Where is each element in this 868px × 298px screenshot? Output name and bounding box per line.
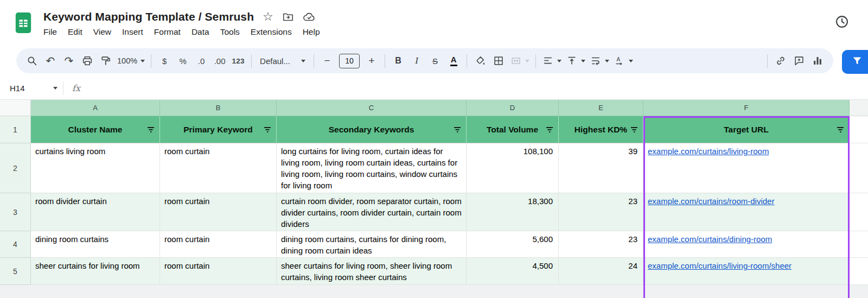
column-filter-icon[interactable]	[837, 126, 844, 134]
vertical-align-select[interactable]	[564, 52, 588, 70]
cell-cluster-name[interactable]: curtains living room	[31, 143, 160, 193]
cell-highest-kd[interactable]: 23	[559, 231, 643, 258]
cell-total-volume[interactable]: 108,100	[467, 143, 559, 193]
percent-format-button[interactable]: %	[174, 52, 192, 70]
menu-edit[interactable]: Edit	[62, 26, 88, 38]
target-url-link[interactable]: example.com/curtains/living-room	[648, 147, 769, 156]
text-rotation-select[interactable]: A	[611, 52, 635, 70]
search-button[interactable]	[23, 52, 41, 70]
text-wrap-select[interactable]	[588, 52, 611, 70]
column-header-f[interactable]: F	[643, 100, 850, 116]
cell-primary-keyword[interactable]: room curtain	[160, 143, 277, 193]
cell-total-volume[interactable]: 4,500	[467, 258, 559, 285]
column-header-b[interactable]: B	[160, 100, 277, 116]
menu-tools[interactable]: Tools	[215, 26, 245, 38]
undo-button[interactable]: ↶	[41, 52, 60, 70]
currency-format-button[interactable]: $	[155, 52, 174, 70]
menu-data[interactable]: Data	[186, 26, 215, 38]
font-size-input[interactable]: 10	[339, 54, 360, 68]
column-header-d[interactable]: D	[467, 100, 559, 116]
increase-font-size-button[interactable]: +	[362, 52, 381, 70]
cell-secondary-keywords[interactable]: curtain room divider, room separator cur…	[277, 193, 467, 231]
insert-comment-button[interactable]	[790, 52, 808, 70]
bold-button[interactable]: B	[389, 52, 407, 70]
menu-extensions[interactable]: Extensions	[245, 26, 297, 38]
cell-highest-kd[interactable]: 24	[559, 258, 643, 285]
decrease-decimal-button[interactable]: .0	[192, 52, 210, 70]
merge-cells-button[interactable]	[508, 52, 532, 70]
column-filter-icon[interactable]	[264, 126, 271, 134]
column-header-e[interactable]: E	[559, 100, 643, 116]
header-cell-primary-keyword[interactable]: Primary Keyword	[160, 116, 277, 143]
name-box[interactable]: H14	[0, 77, 63, 99]
decrease-font-size-button[interactable]: −	[318, 52, 336, 70]
menu-file[interactable]: File	[38, 26, 62, 38]
print-button[interactable]	[78, 52, 97, 70]
paint-format-button[interactable]	[97, 52, 115, 70]
cell-secondary-keywords[interactable]: sheer curtains for living room, sheer li…	[277, 258, 467, 285]
column-filter-icon[interactable]	[546, 126, 553, 134]
cell-target-url[interactable]: example.com/curtains/living-room/sheer	[643, 258, 850, 285]
row-number[interactable]: 5	[0, 258, 31, 285]
cell-primary-keyword[interactable]: room curtain	[160, 231, 277, 258]
font-select[interactable]: Defaul...	[256, 52, 310, 70]
cell-target-url[interactable]: example.com/curtains/room-divider	[643, 193, 850, 231]
horizontal-align-select[interactable]	[540, 52, 564, 70]
number-format-button[interactable]: 123	[229, 52, 247, 70]
italic-button[interactable]: I	[407, 52, 426, 70]
row-number[interactable]: 2	[0, 143, 31, 193]
cell-highest-kd[interactable]: 39	[559, 143, 643, 193]
header-cell-secondary-keywords[interactable]: Secondary Keywords	[277, 116, 467, 143]
column-header-a[interactable]: A	[31, 100, 160, 116]
column-filter-icon[interactable]	[147, 126, 155, 134]
row-number[interactable]: 3	[0, 193, 31, 231]
text-color-button[interactable]: A	[444, 52, 463, 70]
row-number[interactable]: 1	[0, 116, 31, 143]
cell-target-url[interactable]: example.com/curtains/living-room	[643, 143, 850, 193]
sheets-logo-icon[interactable]	[14, 11, 33, 34]
increase-decimal-button[interactable]: .00	[210, 52, 229, 70]
header-cell-cluster-name[interactable]: Cluster Name	[31, 116, 160, 143]
insert-link-button[interactable]	[771, 52, 790, 70]
cell-secondary-keywords[interactable]: long curtains for living room, curtain i…	[277, 143, 467, 193]
document-title[interactable]: Keyword Mapping Template / Semrush	[43, 10, 254, 23]
cell-primary-keyword[interactable]: room curtain	[160, 258, 277, 285]
cell-total-volume[interactable]: 18,300	[467, 193, 559, 231]
strikethrough-button[interactable]: S	[426, 52, 444, 70]
move-folder-icon[interactable]	[282, 11, 294, 23]
cell-secondary-keywords[interactable]: dining room curtains, curtains for dinin…	[277, 231, 467, 258]
version-history-button[interactable]	[831, 12, 853, 34]
target-url-link[interactable]: example.com/curtains/living-room/sheer	[648, 261, 792, 270]
menu-insert[interactable]: Insert	[117, 26, 149, 38]
header-cell-highest-kd[interactable]: Highest KD%	[559, 116, 643, 143]
column-filter-icon[interactable]	[454, 126, 461, 134]
formula-input[interactable]	[80, 77, 868, 99]
redo-button[interactable]: ↷	[60, 52, 78, 70]
cell-target-url[interactable]: example.com/curtains/dining-room	[643, 231, 850, 258]
borders-button[interactable]	[489, 52, 508, 70]
header-cell-total-volume[interactable]: Total Volume	[467, 116, 559, 143]
cell-cluster-name[interactable]: room divider curtain	[31, 193, 160, 231]
column-header-c[interactable]: C	[277, 100, 467, 116]
select-all-corner[interactable]	[0, 100, 31, 116]
menu-format[interactable]: Format	[149, 26, 186, 38]
cell-total-volume[interactable]: 5,600	[467, 231, 559, 258]
menu-help[interactable]: Help	[297, 26, 326, 38]
cell-cluster-name[interactable]: dining room curtains	[31, 231, 160, 258]
target-url-link[interactable]: example.com/curtains/room-divider	[648, 196, 774, 206]
header-cell-target-url[interactable]: Target URL	[643, 116, 850, 143]
chevron-down-icon	[525, 60, 529, 62]
star-icon[interactable]: ☆	[263, 11, 273, 23]
cell-primary-keyword[interactable]: room curtain	[160, 193, 277, 231]
insert-chart-button[interactable]	[808, 52, 827, 70]
cell-highest-kd[interactable]: 23	[559, 193, 643, 231]
filter-button[interactable]	[842, 50, 868, 74]
zoom-select[interactable]: 100%	[115, 52, 147, 70]
target-url-link[interactable]: example.com/curtains/dining-room	[648, 234, 772, 244]
column-filter-icon[interactable]	[630, 126, 638, 134]
menu-view[interactable]: View	[88, 26, 117, 38]
fill-color-button[interactable]	[471, 52, 489, 70]
row-number[interactable]: 4	[0, 231, 31, 258]
cloud-status-icon[interactable]	[303, 10, 316, 23]
cell-cluster-name[interactable]: sheer curtains for living room	[31, 258, 160, 285]
